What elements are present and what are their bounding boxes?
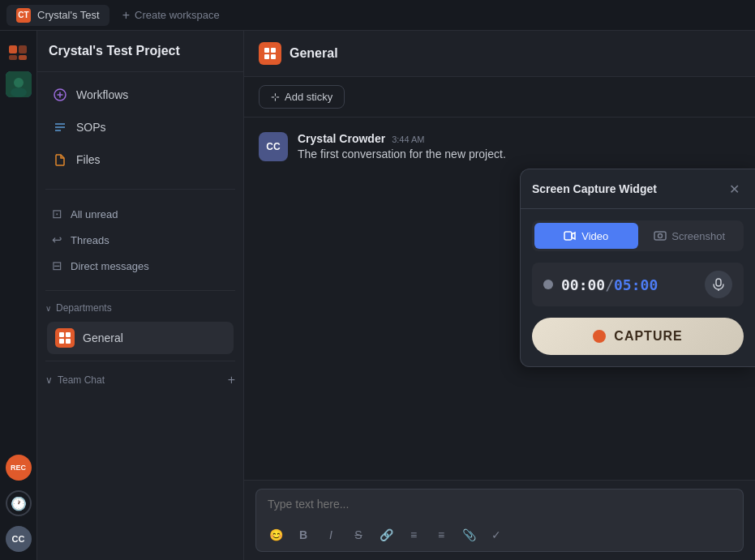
svg-point-6 xyxy=(11,88,27,97)
create-workspace-label: Create workspace xyxy=(135,9,220,21)
timer-row: 00:00/05:00 xyxy=(532,263,744,306)
project-avatar[interactable] xyxy=(6,71,32,97)
team-chat-label: Team Chat xyxy=(58,374,105,386)
app-logo[interactable] xyxy=(7,39,30,62)
message-item: CC Crystal Crowder 3:44 AM The first con… xyxy=(259,132,740,161)
workspace-tab-icon: CT xyxy=(16,8,31,23)
add-sticky-button[interactable]: ⊹ Add sticky xyxy=(259,85,345,109)
all-unread-label: All unread xyxy=(71,208,118,220)
sidebar-item-files[interactable]: Files xyxy=(44,145,237,174)
threads-icon: ↩ xyxy=(52,233,62,247)
widget-close-button[interactable]: ✕ xyxy=(724,179,744,199)
widget-header: Screen Capture Widget ✕ xyxy=(521,169,755,209)
strikethrough-button[interactable]: S xyxy=(347,524,370,546)
project-title: Crystal's Test Project xyxy=(49,44,232,58)
nav-section: Workflows SOPs xyxy=(37,72,243,186)
departments-section-header[interactable]: ∨ Departments xyxy=(37,294,243,318)
screen-capture-widget: Screen Capture Widget ✕ Video xyxy=(520,169,755,367)
rec-button[interactable]: REC xyxy=(6,455,32,481)
sidebar: Crystal's Test Project Workflows xyxy=(37,31,244,560)
widget-body: Video Screenshot 00: xyxy=(521,209,755,366)
departments-label: Departments xyxy=(56,302,112,314)
mic-button[interactable] xyxy=(705,271,732,298)
team-chat-left[interactable]: ∨ Team Chat xyxy=(45,374,105,386)
workspace-tab[interactable]: CT Crystal's Test xyxy=(6,5,109,26)
departments-chevron: ∨ xyxy=(45,304,51,313)
screenshot-icon xyxy=(654,229,667,242)
timer-dot xyxy=(543,280,553,289)
channel-toolbar: ⊹ Add sticky xyxy=(244,77,755,118)
capture-dot-icon xyxy=(593,330,606,343)
svg-point-13 xyxy=(658,234,663,238)
top-bar: CT Crystal's Test + Create workspace xyxy=(0,0,755,31)
link-button[interactable]: 🔗 xyxy=(375,524,397,546)
icon-bar: REC 🕐 CC xyxy=(0,31,37,560)
main-layout: REC 🕐 CC Crystal's Test Project Workflow… xyxy=(0,31,755,560)
svg-rect-3 xyxy=(19,55,27,60)
sidebar-item-sops[interactable]: SOPs xyxy=(44,113,237,142)
emoji-button[interactable]: 😊 xyxy=(264,524,287,546)
svg-rect-11 xyxy=(564,232,572,240)
create-workspace-button[interactable]: + Create workspace xyxy=(116,5,226,26)
message-author: Crystal Crowder xyxy=(298,132,385,145)
add-sticky-label: Add sticky xyxy=(285,91,332,103)
timer-text: 00:00/05:00 xyxy=(561,276,658,293)
sidebar-item-direct-messages[interactable]: ⊟ Direct messages xyxy=(44,253,237,279)
svg-rect-14 xyxy=(716,279,721,286)
video-icon xyxy=(564,229,577,242)
italic-button[interactable]: I xyxy=(320,524,342,546)
message-toolbar: 😊 B I S 🔗 ≡ ≡ 📎 ✓ xyxy=(255,519,744,552)
message-text: The first conversation for the new proje… xyxy=(298,147,506,160)
message-header: Crystal Crowder 3:44 AM xyxy=(298,132,506,145)
mic-icon xyxy=(712,278,725,291)
direct-messages-icon: ⊟ xyxy=(52,259,62,273)
general-dept-label: General xyxy=(83,331,123,344)
timer-separator: / xyxy=(605,276,614,293)
svg-rect-1 xyxy=(19,45,27,53)
sidebar-item-all-unread[interactable]: ⊡ All unread xyxy=(44,201,237,227)
svg-point-5 xyxy=(14,78,24,88)
checklist-button[interactable]: ✓ xyxy=(485,524,508,546)
inbox-section: ⊡ All unread ↩ Threads ⊟ Direct messages xyxy=(37,193,243,287)
capture-button[interactable]: CAPTURE xyxy=(532,318,744,355)
channel-header: General xyxy=(244,31,755,77)
team-chat-section-header: ∨ Team Chat + xyxy=(37,365,243,392)
sidebar-divider-2 xyxy=(45,290,235,291)
message-time: 3:44 AM xyxy=(392,135,424,144)
clock-button[interactable]: 🕐 xyxy=(6,490,32,516)
channel-icon xyxy=(259,42,281,65)
message-input[interactable] xyxy=(255,489,744,519)
timer-current: 00:00 xyxy=(561,276,605,293)
direct-messages-label: Direct messages xyxy=(71,260,149,272)
sidebar-item-general[interactable]: General xyxy=(47,322,234,354)
mode-toggle: Video Screenshot xyxy=(532,220,744,251)
video-mode-button[interactable]: Video xyxy=(534,223,638,249)
team-chat-add-button[interactable]: + xyxy=(228,373,235,387)
sops-icon xyxy=(52,119,68,135)
general-dept-icon xyxy=(55,328,75,348)
project-avatar-image xyxy=(6,71,32,97)
screenshot-mode-label: Screenshot xyxy=(671,230,725,242)
message-input-area: 😊 B I S 🔗 ≡ ≡ 📎 ✓ xyxy=(244,480,755,560)
sidebar-divider-3 xyxy=(45,361,235,361)
files-label: Files xyxy=(76,153,101,166)
ordered-list-button[interactable]: ≡ xyxy=(430,524,453,546)
channel-title: General xyxy=(290,46,338,61)
workflows-label: Workflows xyxy=(76,88,128,101)
user-avatar[interactable]: CC xyxy=(6,526,32,552)
list-button[interactable]: ≡ xyxy=(402,524,425,546)
message-body: Crystal Crowder 3:44 AM The first conver… xyxy=(298,132,506,161)
plus-icon: + xyxy=(122,8,130,23)
bold-button[interactable]: B xyxy=(292,524,315,546)
project-header: Crystal's Test Project xyxy=(37,31,243,72)
sidebar-item-threads[interactable]: ↩ Threads xyxy=(44,227,237,253)
screenshot-mode-button[interactable]: Screenshot xyxy=(638,223,742,249)
timer-display: 00:00/05:00 xyxy=(543,276,658,293)
workflows-icon xyxy=(52,87,68,103)
svg-rect-2 xyxy=(9,55,17,60)
sidebar-item-workflows[interactable]: Workflows xyxy=(44,80,237,109)
attachment-button[interactable]: 📎 xyxy=(457,524,480,546)
video-mode-label: Video xyxy=(581,230,608,242)
sops-label: SOPs xyxy=(76,121,106,134)
workspace-tab-label: Crystal's Test xyxy=(37,9,100,21)
